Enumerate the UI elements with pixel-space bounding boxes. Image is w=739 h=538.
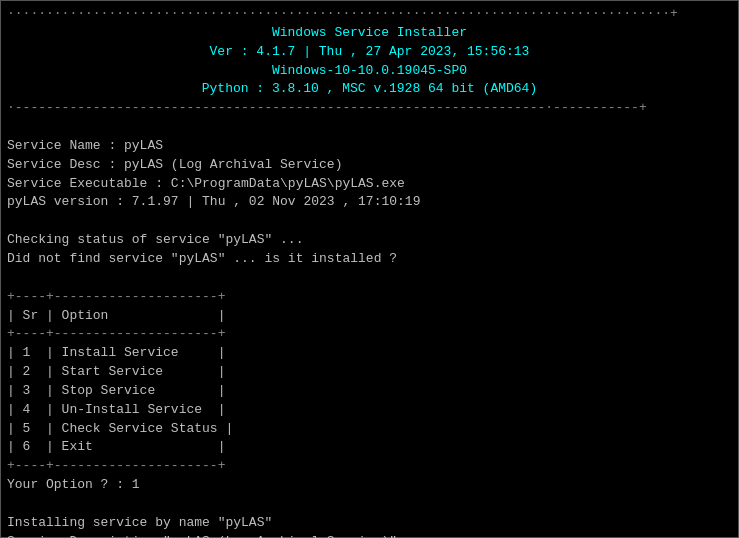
header-os: Windows-10-10.0.19045-SP0 <box>7 62 732 81</box>
service-exe: Service Executable : C:\ProgramData\pyLA… <box>7 175 732 194</box>
header-title: Windows Service Installer <box>7 24 732 43</box>
menu-row-1: | 1 | Install Service | <box>7 344 732 363</box>
blank-2 <box>7 212 732 231</box>
install-line-2: Service Description "pyLAS (Log Archival… <box>7 533 732 538</box>
blank-4 <box>7 495 732 514</box>
menu-header: | Sr | Option | <box>7 307 732 326</box>
service-version: pyLAS version : 7.1.97 | Thu , 02 Nov 20… <box>7 193 732 212</box>
sep-border: ·---------------------------------------… <box>7 99 732 118</box>
menu-row-5: | 5 | Check Service Status | <box>7 420 732 439</box>
terminal-window: ········································… <box>0 0 739 538</box>
menu-row-2: | 2 | Start Service | <box>7 363 732 382</box>
header-ver: Ver : 4.1.7 | Thu , 27 Apr 2023, 15:56:1… <box>7 43 732 62</box>
menu-row-6: | 6 | Exit | <box>7 438 732 457</box>
install-line-1: Installing service by name "pyLAS" <box>7 514 732 533</box>
service-desc: Service Desc : pyLAS (Log Archival Servi… <box>7 156 732 175</box>
menu-border-mid: +----+---------------------+ <box>7 325 732 344</box>
service-name: Service Name : pyLAS <box>7 137 732 156</box>
menu-border-top: +----+---------------------+ <box>7 288 732 307</box>
blank-3 <box>7 269 732 288</box>
menu-border-bot: +----+---------------------+ <box>7 457 732 476</box>
blank-1 <box>7 118 732 137</box>
menu-row-3: | 3 | Stop Service | <box>7 382 732 401</box>
menu-row-4: | 4 | Un-Install Service | <box>7 401 732 420</box>
header-python: Python : 3.8.10 , MSC v.1928 64 bit (AMD… <box>7 80 732 99</box>
prompt: Your Option ? : 1 <box>7 476 732 495</box>
status-check-1: Checking status of service "pyLAS" ... <box>7 231 732 250</box>
top-border: ········································… <box>7 5 732 24</box>
status-check-2: Did not find service "pyLAS" ... is it i… <box>7 250 732 269</box>
